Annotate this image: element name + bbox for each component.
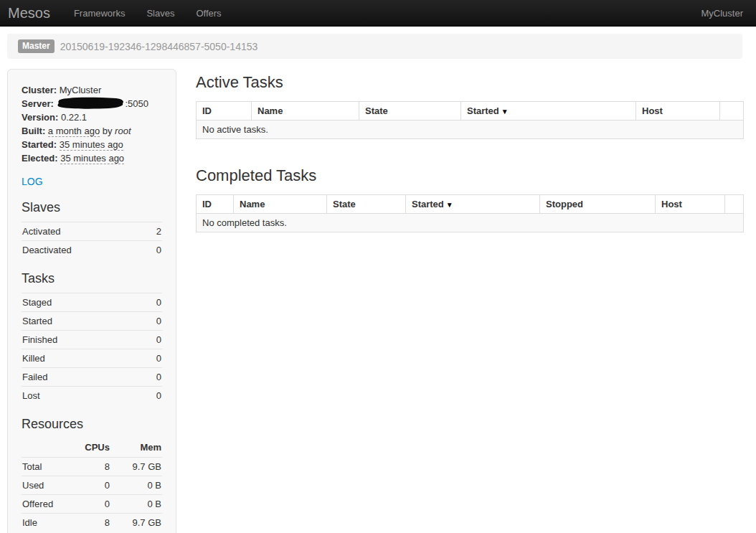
res-mem-value: 9.7 GB (110, 461, 161, 472)
resources-heading: Resources (22, 417, 162, 432)
breadcrumb: Master 20150619-192346-1298446857-5050-1… (7, 34, 742, 59)
completed-tasks-empty-row: No completed tasks. (197, 214, 744, 232)
info-version-label: Version: (22, 112, 58, 123)
resources-col-cpus: CPUs (65, 442, 110, 453)
completed-col-host[interactable]: Host (656, 195, 725, 214)
active-col-id[interactable]: ID (197, 102, 252, 121)
nav-frameworks[interactable]: Frameworks (63, 0, 136, 26)
resources-row-idle: Idle 8 9.7 GB (22, 513, 162, 532)
navbar-cluster-name: MyCluster (701, 8, 756, 19)
resources-header-spacer (22, 442, 65, 453)
log-link[interactable]: LOG (22, 176, 43, 187)
tasks-row-staged: Staged 0 (22, 293, 162, 311)
completed-col-started[interactable]: Started▼ (406, 195, 540, 214)
stat-label: Failed (22, 372, 47, 382)
master-id: 20150619-192346-1298446857-5050-14153 (60, 41, 258, 52)
slaves-row-activated: Activated 2 (22, 222, 162, 240)
completed-tasks-title: Completed Tasks (196, 166, 744, 185)
res-label: Idle (22, 517, 65, 528)
info-started-label: Started: (22, 139, 57, 150)
stat-value: 0 (156, 372, 161, 382)
active-tasks-empty-row: No active tasks. (197, 121, 744, 139)
active-tasks-header-row: ID Name State Started▼ Host (197, 102, 744, 121)
stat-value: 0 (156, 297, 161, 308)
resources-header-row: CPUs Mem (22, 438, 162, 457)
slaves-row-deactivated: Deactivated 0 (22, 240, 162, 259)
info-elected: Elected: 35 minutes ago (22, 151, 162, 165)
main-content: Active Tasks ID Name State Started▼ Host… (196, 69, 744, 260)
res-label: Total (22, 461, 65, 472)
tasks-row-lost: Lost 0 (22, 386, 162, 405)
tasks-row-finished: Finished 0 (22, 330, 162, 349)
stat-value: 0 (156, 353, 161, 364)
completed-col-started-label: Started (412, 199, 444, 209)
completed-col-actions (725, 195, 744, 214)
active-col-host[interactable]: Host (636, 102, 720, 121)
res-mem-value: 0 B (110, 499, 161, 509)
tasks-row-started: Started 0 (22, 311, 162, 330)
stat-label: Activated (22, 226, 60, 237)
stat-label: Staged (22, 297, 52, 308)
resources-row-offered: Offered 0 0 B (22, 494, 162, 513)
stat-value: 0 (156, 334, 161, 345)
completed-tasks-empty-text: No completed tasks. (197, 214, 744, 232)
info-cluster-value: MyCluster (60, 85, 102, 95)
tasks-row-killed: Killed 0 (22, 349, 162, 367)
info-server-port: :5050 (125, 98, 148, 109)
active-tasks-table: ID Name State Started▼ Host No active ta… (196, 101, 744, 139)
slaves-heading: Slaves (22, 200, 162, 215)
stat-value: 0 (156, 316, 161, 326)
sort-desc-icon: ▼ (446, 201, 453, 209)
info-server-label: Server: (22, 98, 54, 109)
nav-slaves[interactable]: Slaves (136, 0, 185, 26)
active-col-actions (720, 102, 744, 121)
resources-row-total: Total 8 9.7 GB (22, 457, 162, 476)
info-built: Built: a month ago by root (22, 124, 162, 138)
server-redaction-scribble (56, 97, 125, 109)
info-started-value: 35 minutes ago (60, 139, 123, 151)
active-col-name[interactable]: Name (252, 102, 359, 121)
res-mem-value: 0 B (110, 480, 161, 491)
active-col-started[interactable]: Started▼ (461, 102, 636, 121)
tasks-row-failed: Failed 0 (22, 367, 162, 386)
info-server: Server: :5050 (22, 97, 162, 110)
res-cpus-value: 8 (65, 461, 110, 472)
stat-value: 0 (156, 245, 161, 255)
top-navbar: Mesos Frameworks Slaves Offers MyCluster (0, 0, 756, 27)
stat-label: Deactivated (22, 245, 72, 255)
stat-value: 0 (156, 390, 161, 401)
res-mem-value: 9.7 GB (110, 517, 161, 528)
info-built-by: by (103, 126, 113, 136)
res-label: Offered (22, 499, 65, 509)
completed-tasks-header-row: ID Name State Started▼ Stopped Host (197, 195, 744, 214)
res-cpus-value: 0 (65, 480, 110, 491)
nav-offers[interactable]: Offers (185, 0, 232, 26)
completed-col-stopped[interactable]: Stopped (540, 195, 656, 214)
resources-col-mem: Mem (110, 442, 161, 453)
completed-tasks-table: ID Name State Started▼ Stopped Host No c… (196, 194, 744, 232)
info-elected-value: 35 minutes ago (60, 153, 124, 164)
active-col-state[interactable]: State (359, 102, 461, 121)
sidebar-panel: Cluster: MyCluster Server: :5050 Version… (7, 69, 176, 533)
completed-col-name[interactable]: Name (234, 195, 327, 214)
navbar-links: Frameworks Slaves Offers (63, 0, 232, 26)
stat-value: 2 (156, 226, 161, 237)
info-cluster: Cluster: MyCluster (22, 83, 162, 97)
stat-label: Finished (22, 334, 57, 345)
info-elected-label: Elected: (22, 153, 58, 164)
brand-mesos[interactable]: Mesos (0, 0, 63, 27)
info-version-value: 0.22.1 (61, 112, 87, 123)
res-label: Used (22, 480, 65, 491)
info-built-value: a month ago (48, 126, 100, 137)
completed-col-id[interactable]: ID (197, 195, 234, 214)
stat-label: Killed (22, 353, 45, 364)
res-cpus-value: 8 (65, 517, 110, 528)
active-col-started-label: Started (467, 105, 499, 116)
stat-label: Lost (22, 390, 40, 401)
res-cpus-value: 0 (65, 499, 110, 509)
active-tasks-empty-text: No active tasks. (197, 121, 744, 139)
resources-row-used: Used 0 0 B (22, 476, 162, 494)
completed-col-state[interactable]: State (327, 195, 406, 214)
active-tasks-title: Active Tasks (196, 73, 744, 92)
master-badge: Master (18, 39, 55, 53)
